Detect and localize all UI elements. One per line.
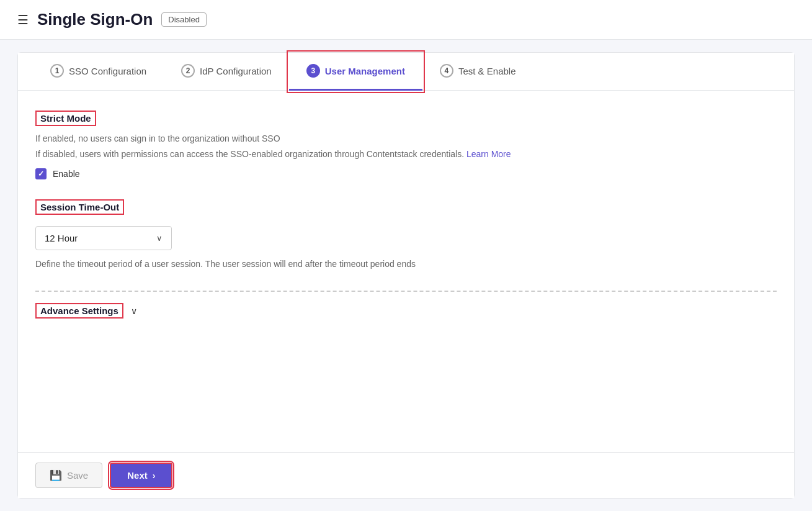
chevron-down-icon: ∨ (156, 233, 163, 243)
tab-number-3: 3 (306, 64, 320, 78)
strict-mode-title: Strict Mode (35, 111, 96, 126)
tab-label-sso-config: SSO Configuration (69, 66, 146, 76)
status-badge: Disabled (161, 12, 207, 27)
session-timeout-dropdown[interactable]: 12 Hour ∨ (35, 226, 172, 250)
tab-number-1: 1 (50, 64, 64, 78)
strict-mode-desc2: If disabled, users with permissions can … (35, 148, 777, 161)
advance-settings-title[interactable]: Advance Settings (35, 303, 123, 319)
session-timeout-title: Session Time-Out (35, 199, 124, 215)
hamburger-icon[interactable]: ☰ (17, 12, 29, 27)
session-timeout-desc: Define the timeout period of a user sess… (35, 258, 777, 271)
save-label: Save (67, 470, 88, 481)
save-button[interactable]: 💾 Save (35, 463, 102, 488)
tab-label-idp-config: IdP Configuration (200, 66, 272, 76)
page-header: ☰ Single Sign-On Disabled (0, 0, 812, 40)
page-title: Single Sign-On (37, 10, 153, 29)
enable-label: Enable (53, 169, 80, 179)
strict-mode-desc1: If enabled, no users can sign in to the … (35, 132, 777, 145)
tab-sso-config[interactable]: 1 SSO Configuration (33, 53, 164, 91)
tab-number-2: 2 (181, 64, 195, 78)
next-button[interactable]: Next › (110, 463, 172, 488)
main-card: 1 SSO Configuration 2 IdP Configuration … (17, 52, 795, 499)
session-timeout-section: Session Time-Out 12 Hour ∨ Define the ti… (35, 199, 777, 271)
tabs-container: 1 SSO Configuration 2 IdP Configuration … (18, 53, 794, 91)
next-label: Next (127, 470, 148, 481)
save-icon: 💾 (50, 469, 62, 481)
tab-label-user-mgmt: User Management (325, 66, 405, 76)
learn-more-link[interactable]: Learn More (466, 149, 511, 159)
enable-checkbox-row: Enable (35, 168, 777, 179)
content-area: Strict Mode If enabled, no users can sig… (18, 91, 794, 452)
next-chevron-icon: › (153, 471, 156, 481)
session-timeout-value: 12 Hour (45, 233, 149, 243)
tab-idp-config[interactable]: 2 IdP Configuration (164, 53, 289, 91)
page-container: ☰ Single Sign-On Disabled 1 SSO Configur… (0, 0, 812, 511)
tab-user-mgmt[interactable]: 3 User Management (289, 53, 422, 91)
tab-test-enable[interactable]: 4 Test & Enable (422, 53, 533, 91)
tab-label-test-enable: Test & Enable (458, 66, 516, 76)
advance-settings-section: Advance Settings ∨ (35, 291, 777, 319)
enable-checkbox[interactable] (35, 168, 47, 179)
strict-mode-section: Strict Mode If enabled, no users can sig… (35, 111, 777, 179)
footer: 💾 Save Next › (18, 452, 794, 498)
tab-number-4: 4 (440, 64, 453, 78)
advance-settings-chevron-icon: ∨ (131, 306, 137, 316)
